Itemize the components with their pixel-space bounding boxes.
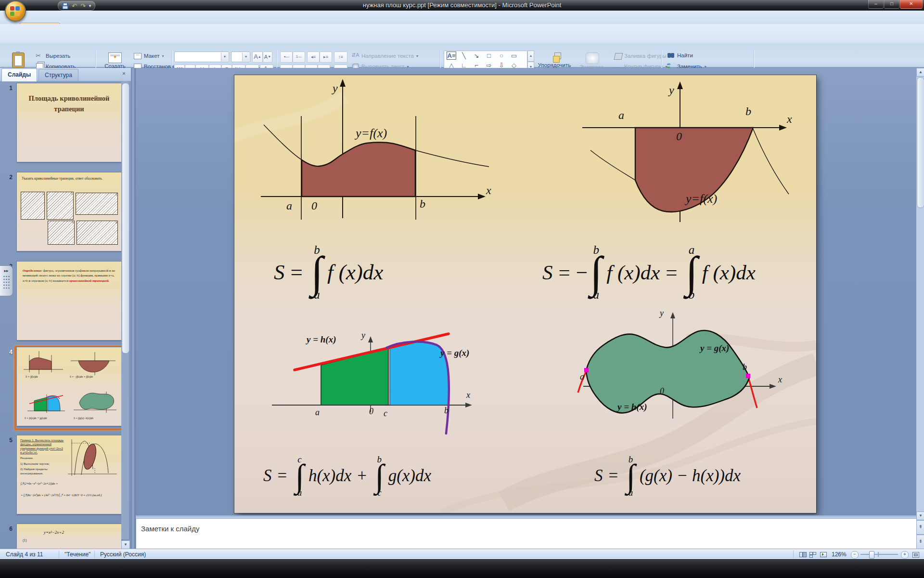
slide-2-number: 2 xyxy=(4,174,13,181)
line-spacing-button[interactable]: ↕≡ xyxy=(334,52,347,63)
g2-a-label: a xyxy=(618,109,624,122)
slide-2-graph-1: 1 xyxy=(21,192,45,220)
formula-difference[interactable]: S= b∫a (g(x) − h(x))dx xyxy=(594,455,741,497)
slide-4-thumbnail[interactable]: S = ∫f(x)dx S = −∫f(x)dx = ∫f(x)dx S = ∫… xyxy=(16,347,122,426)
minimize-button[interactable]: – xyxy=(868,0,884,9)
slide-1-title: Площадь криволинейной трапеции xyxy=(17,93,121,115)
mini-formula-2: S = −∫f(x)dx = ∫f(x)dx xyxy=(70,375,93,378)
undo-icon[interactable]: ↶ xyxy=(72,3,77,9)
decrease-indent-button[interactable]: ◂≡ xyxy=(307,52,320,63)
editor-scrollbar-thumb[interactable] xyxy=(917,77,924,208)
language-indicator[interactable]: Русский (Россия) xyxy=(100,551,146,558)
g2-0-label: 0 xyxy=(676,130,682,143)
save-icon[interactable] xyxy=(62,3,68,9)
panel-scrollbar-thumb[interactable] xyxy=(122,83,129,354)
g1-b-label: b xyxy=(420,197,425,210)
panel-tab-slides[interactable]: Слайды xyxy=(1,68,37,81)
panel-close-icon[interactable]: ✕ xyxy=(120,70,128,78)
close-button[interactable]: ✕ xyxy=(900,0,923,9)
panel-tab-outline[interactable]: Структура xyxy=(38,69,78,81)
fit-to-window-button[interactable] xyxy=(911,550,921,559)
zoom-out-button[interactable]: − xyxy=(851,551,859,559)
slide-2-thumbnail[interactable]: Указать криволинейные трапеции, ответ об… xyxy=(16,172,122,251)
slide-sorter-view-button[interactable] xyxy=(808,550,818,559)
qat-dropdown-icon[interactable]: ▾ xyxy=(89,3,91,8)
slideshow-view-button[interactable] xyxy=(818,550,829,559)
g3-0-label: 0 xyxy=(369,407,373,417)
scroll-down-button[interactable]: ▼ xyxy=(916,512,924,520)
slide-5-formula-1: ∫₀⁴(2+6x−x²−(x²−2x+2))dx = xyxy=(21,482,58,485)
zoom-slider-thumb[interactable] xyxy=(869,551,874,559)
notes-pane[interactable]: Заметки к слайду xyxy=(136,518,917,550)
slide-2-graph-4: 4 xyxy=(48,221,75,245)
screen: нужная плош курс.ppt [Режим совместимост… xyxy=(0,0,924,578)
normal-view-button[interactable] xyxy=(797,550,808,559)
find-button[interactable]: Найти xyxy=(667,52,693,58)
bullets-button[interactable]: •— xyxy=(280,52,293,63)
ribbon-tab-row: Главная Вставка Дизайн Анимация Показ сл… xyxy=(0,11,924,24)
slide-canvas[interactable]: y x a 0 b y=f(x) y x a 0 b y=f(x) y x a … xyxy=(234,75,816,513)
mini-formula-4: S = ∫(g(x)−h(x))dx xyxy=(74,417,93,420)
increase-indent-button[interactable]: ▸≡ xyxy=(320,52,332,63)
title-bar: нужная плош курс.ppt [Режим совместимост… xyxy=(0,0,924,11)
layout-icon xyxy=(134,52,141,60)
shape-fill-icon xyxy=(614,52,622,60)
slide-4-mini-graphics xyxy=(17,347,121,426)
slide-2-graph-3: 3 xyxy=(76,193,118,215)
g2-function-label: y=f(x) xyxy=(686,192,717,206)
numbering-button[interactable]: 1— xyxy=(293,52,305,63)
formula-sum-of-integrals[interactable]: S= c∫a h(x)dx+ b∫c g(x)dx xyxy=(263,455,431,497)
g1-y-label: y xyxy=(333,82,338,95)
previous-slide-button[interactable]: ⇞ xyxy=(916,520,924,535)
g3-x-label: x xyxy=(466,390,470,400)
formula-area-basic[interactable]: S= b∫a f (x)dx xyxy=(274,244,383,301)
office-button[interactable] xyxy=(5,0,26,22)
formula-area-negative[interactable]: S= − b∫a f (x)dx= a∫b f (x)dx xyxy=(542,244,756,301)
paste-icon xyxy=(12,53,25,68)
window-controls: – □ ✕ xyxy=(868,0,923,8)
grow-font-button[interactable]: А▲ xyxy=(252,52,263,63)
font-name-combo[interactable]: ▾ xyxy=(174,52,229,62)
shrink-font-button[interactable]: А▼ xyxy=(263,52,272,63)
slide-1-number: 1 xyxy=(4,85,13,92)
status-bar: Слайд 4 из 11 "Течение" Русский (Россия)… xyxy=(0,549,924,560)
layout-button[interactable]: Макет▾ xyxy=(134,52,164,60)
slide-1-thumbnail[interactable]: Площадь криволинейной трапеции xyxy=(16,83,122,162)
g3-a-label: a xyxy=(315,407,320,418)
next-slide-button[interactable]: ⇟ xyxy=(916,535,924,549)
g4-b-label: b xyxy=(743,362,747,372)
panel-editor-splitter[interactable] xyxy=(131,68,136,549)
g4-x-label: x xyxy=(778,375,782,385)
g1-x-label: x xyxy=(486,184,491,197)
slide-5-text: Пример 1. Вычислить площадь фигуры, огра… xyxy=(20,438,65,475)
shape-fill-button[interactable]: Заливка фигуры▾ xyxy=(614,52,671,60)
scroll-up-button[interactable]: ▲ xyxy=(916,68,924,77)
new-slide-icon: ✦ xyxy=(108,53,122,63)
slide-5-thumbnail[interactable]: Пример 1. Вычислить площадь фигуры, огра… xyxy=(16,435,122,514)
splitter-arrows-icon: ▸▸ xyxy=(0,268,13,273)
textbox-shape-icon[interactable]: A≡ xyxy=(445,51,458,61)
slide-5-formula-2: = ∫₀⁴(8x−2x²)dx = (4x²−2x³/3)│₀⁴ = 64−12… xyxy=(21,493,102,497)
taskbar: Я ✂ U W P RU ▴ xyxy=(0,559,924,578)
mini-formula-1: S = ∫f(x)dx xyxy=(26,375,38,378)
g1-0-label: 0 xyxy=(311,199,317,212)
panel-scroll-down-button[interactable]: ▼ xyxy=(121,540,130,549)
zoom-in-button[interactable]: + xyxy=(901,551,909,559)
mini-formula-3: S = ∫h(x)dx + ∫g(x)dx xyxy=(25,417,47,420)
cut-button[interactable]: ✂ Вырезать xyxy=(36,52,70,60)
g1-a-label: a xyxy=(286,199,292,212)
slide-4-number: 4 xyxy=(4,349,13,355)
g3-h-label: y = h(x) xyxy=(307,334,336,345)
g2-b-label: b xyxy=(745,105,751,118)
text-direction-button[interactable]: ⇵A Направление текста▾ xyxy=(351,52,418,60)
slide-6-thumbnail[interactable]: y=x²−2x+2 (1) xyxy=(16,524,122,549)
maximize-button[interactable]: □ xyxy=(884,0,899,9)
slide-5-mini-graph xyxy=(65,436,119,479)
panel-splitter-handle[interactable]: ▸▸ xyxy=(0,265,13,296)
redo-icon[interactable]: ↷ xyxy=(80,3,86,9)
slide-6-number: 6 xyxy=(4,525,13,532)
font-size-combo[interactable]: ▾ xyxy=(231,52,250,62)
zoom-slider-track[interactable] xyxy=(860,554,898,555)
slide-3-thumbnail[interactable]: Определение: фигура, ограниченная график… xyxy=(16,261,122,341)
g2-x-label: x xyxy=(787,113,792,126)
